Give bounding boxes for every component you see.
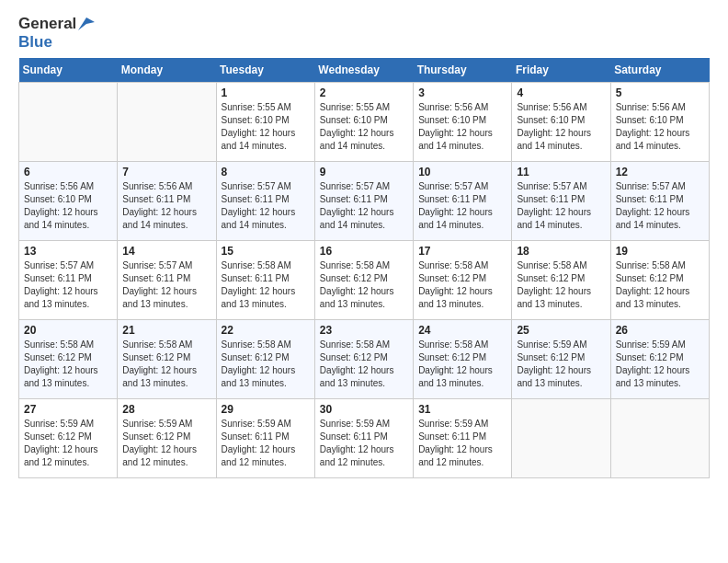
day-cell-28: 28Sunrise: 5:59 AMSunset: 6:12 PMDayligh…	[118, 399, 216, 478]
logo-general: General	[18, 15, 76, 33]
day-number: 6	[24, 166, 112, 178]
day-info: Sunrise: 5:59 AMSunset: 6:11 PMDaylight:…	[320, 418, 408, 469]
day-info: Sunrise: 5:58 AMSunset: 6:12 PMDaylight:…	[222, 339, 310, 390]
page: General Blue SundayMondayTuesdayWednesda…	[0, 0, 728, 563]
day-cell-11: 11Sunrise: 5:57 AMSunset: 6:11 PMDayligh…	[512, 162, 610, 241]
day-info: Sunrise: 5:58 AMSunset: 6:12 PMDaylight:…	[320, 259, 408, 311]
day-cell-20: 20Sunrise: 5:58 AMSunset: 6:12 PMDayligh…	[19, 320, 118, 399]
logo-bird-icon	[78, 17, 95, 30]
day-number: 2	[320, 86, 408, 99]
weekday-header-tuesday: Tuesday	[216, 58, 314, 83]
empty-cell	[118, 83, 216, 162]
day-info: Sunrise: 5:56 AMSunset: 6:10 PMDaylight:…	[418, 101, 506, 153]
day-info: Sunrise: 5:57 AMSunset: 6:11 PMDaylight:…	[320, 180, 408, 232]
day-cell-27: 27Sunrise: 5:59 AMSunset: 6:12 PMDayligh…	[19, 399, 118, 478]
day-cell-19: 19Sunrise: 5:58 AMSunset: 6:12 PMDayligh…	[610, 241, 709, 320]
day-info: Sunrise: 5:56 AMSunset: 6:10 PMDaylight:…	[24, 180, 112, 232]
week-row-2: 6Sunrise: 5:56 AMSunset: 6:10 PMDaylight…	[19, 162, 710, 241]
header: General Blue	[18, 15, 710, 51]
day-number: 3	[418, 86, 506, 99]
day-cell-14: 14Sunrise: 5:57 AMSunset: 6:11 PMDayligh…	[118, 241, 216, 320]
day-cell-29: 29Sunrise: 5:59 AMSunset: 6:11 PMDayligh…	[216, 399, 314, 478]
day-cell-17: 17Sunrise: 5:58 AMSunset: 6:12 PMDayligh…	[414, 241, 512, 320]
day-number: 31	[418, 403, 506, 416]
empty-cell	[19, 83, 118, 162]
logo: General Blue	[18, 15, 95, 51]
day-number: 1	[222, 86, 310, 99]
day-number: 23	[320, 324, 408, 337]
day-info: Sunrise: 5:57 AMSunset: 6:11 PMDaylight:…	[517, 180, 605, 232]
day-info: Sunrise: 5:59 AMSunset: 6:12 PMDaylight:…	[24, 418, 112, 469]
day-cell-3: 3Sunrise: 5:56 AMSunset: 6:10 PMDaylight…	[414, 83, 512, 162]
week-row-1: 1Sunrise: 5:55 AMSunset: 6:10 PMDaylight…	[19, 83, 710, 162]
day-number: 8	[222, 166, 310, 178]
day-cell-2: 2Sunrise: 5:55 AMSunset: 6:10 PMDaylight…	[314, 83, 413, 162]
svg-marker-0	[78, 17, 95, 30]
day-number: 13	[24, 245, 112, 258]
day-cell-1: 1Sunrise: 5:55 AMSunset: 6:10 PMDaylight…	[216, 83, 314, 162]
day-info: Sunrise: 5:57 AMSunset: 6:11 PMDaylight:…	[122, 259, 210, 311]
day-number: 24	[418, 324, 506, 337]
day-info: Sunrise: 5:57 AMSunset: 6:11 PMDaylight:…	[616, 180, 704, 232]
day-number: 30	[320, 403, 408, 416]
day-number: 20	[24, 324, 112, 337]
day-cell-4: 4Sunrise: 5:56 AMSunset: 6:10 PMDaylight…	[512, 83, 610, 162]
day-number: 29	[222, 403, 310, 416]
day-cell-8: 8Sunrise: 5:57 AMSunset: 6:11 PMDaylight…	[216, 162, 314, 241]
day-info: Sunrise: 5:56 AMSunset: 6:10 PMDaylight:…	[616, 101, 704, 153]
day-cell-12: 12Sunrise: 5:57 AMSunset: 6:11 PMDayligh…	[610, 162, 709, 241]
weekday-header-friday: Friday	[512, 58, 610, 83]
week-row-4: 20Sunrise: 5:58 AMSunset: 6:12 PMDayligh…	[19, 320, 710, 399]
day-number: 9	[320, 166, 408, 178]
weekday-header-wednesday: Wednesday	[314, 58, 413, 83]
day-number: 19	[616, 245, 704, 258]
calendar-table: SundayMondayTuesdayWednesdayThursdayFrid…	[18, 58, 710, 478]
day-info: Sunrise: 5:58 AMSunset: 6:12 PMDaylight:…	[24, 339, 112, 390]
day-info: Sunrise: 5:58 AMSunset: 6:12 PMDaylight:…	[122, 339, 210, 390]
day-info: Sunrise: 5:59 AMSunset: 6:11 PMDaylight:…	[222, 418, 310, 469]
day-info: Sunrise: 5:58 AMSunset: 6:12 PMDaylight:…	[616, 259, 704, 311]
day-cell-10: 10Sunrise: 5:57 AMSunset: 6:11 PMDayligh…	[414, 162, 512, 241]
day-cell-16: 16Sunrise: 5:58 AMSunset: 6:12 PMDayligh…	[314, 241, 413, 320]
day-number: 10	[418, 166, 506, 178]
day-cell-6: 6Sunrise: 5:56 AMSunset: 6:10 PMDaylight…	[19, 162, 118, 241]
day-number: 14	[122, 245, 210, 258]
day-cell-22: 22Sunrise: 5:58 AMSunset: 6:12 PMDayligh…	[216, 320, 314, 399]
day-number: 12	[616, 166, 704, 178]
day-cell-26: 26Sunrise: 5:59 AMSunset: 6:12 PMDayligh…	[610, 320, 709, 399]
weekday-header-monday: Monday	[118, 58, 216, 83]
day-cell-5: 5Sunrise: 5:56 AMSunset: 6:10 PMDaylight…	[610, 83, 709, 162]
day-info: Sunrise: 5:58 AMSunset: 6:11 PMDaylight:…	[222, 259, 310, 311]
day-info: Sunrise: 5:58 AMSunset: 6:12 PMDaylight:…	[418, 339, 506, 390]
day-number: 21	[122, 324, 210, 337]
day-info: Sunrise: 5:56 AMSunset: 6:10 PMDaylight:…	[517, 101, 605, 153]
day-info: Sunrise: 5:58 AMSunset: 6:12 PMDaylight:…	[320, 339, 408, 390]
day-cell-7: 7Sunrise: 5:56 AMSunset: 6:11 PMDaylight…	[118, 162, 216, 241]
day-number: 27	[24, 403, 112, 416]
day-info: Sunrise: 5:55 AMSunset: 6:10 PMDaylight:…	[222, 101, 310, 153]
day-number: 18	[517, 245, 605, 258]
empty-cell	[512, 399, 610, 478]
day-cell-24: 24Sunrise: 5:58 AMSunset: 6:12 PMDayligh…	[414, 320, 512, 399]
weekday-header-sunday: Sunday	[19, 58, 118, 83]
day-number: 7	[122, 166, 210, 178]
day-cell-9: 9Sunrise: 5:57 AMSunset: 6:11 PMDaylight…	[314, 162, 413, 241]
day-info: Sunrise: 5:59 AMSunset: 6:12 PMDaylight:…	[517, 339, 605, 390]
day-number: 11	[517, 166, 605, 178]
day-info: Sunrise: 5:57 AMSunset: 6:11 PMDaylight:…	[24, 259, 112, 311]
day-info: Sunrise: 5:59 AMSunset: 6:11 PMDaylight:…	[418, 418, 506, 469]
week-row-3: 13Sunrise: 5:57 AMSunset: 6:11 PMDayligh…	[19, 241, 710, 320]
empty-cell	[610, 399, 709, 478]
day-info: Sunrise: 5:58 AMSunset: 6:12 PMDaylight:…	[517, 259, 605, 311]
day-number: 5	[616, 86, 704, 99]
day-info: Sunrise: 5:59 AMSunset: 6:12 PMDaylight:…	[616, 339, 704, 390]
day-number: 16	[320, 245, 408, 258]
day-cell-18: 18Sunrise: 5:58 AMSunset: 6:12 PMDayligh…	[512, 241, 610, 320]
day-number: 22	[222, 324, 310, 337]
day-cell-23: 23Sunrise: 5:58 AMSunset: 6:12 PMDayligh…	[314, 320, 413, 399]
day-cell-30: 30Sunrise: 5:59 AMSunset: 6:11 PMDayligh…	[314, 399, 413, 478]
day-cell-15: 15Sunrise: 5:58 AMSunset: 6:11 PMDayligh…	[216, 241, 314, 320]
day-info: Sunrise: 5:59 AMSunset: 6:12 PMDaylight:…	[122, 418, 210, 469]
weekday-header-row: SundayMondayTuesdayWednesdayThursdayFrid…	[19, 58, 710, 83]
day-number: 28	[122, 403, 210, 416]
